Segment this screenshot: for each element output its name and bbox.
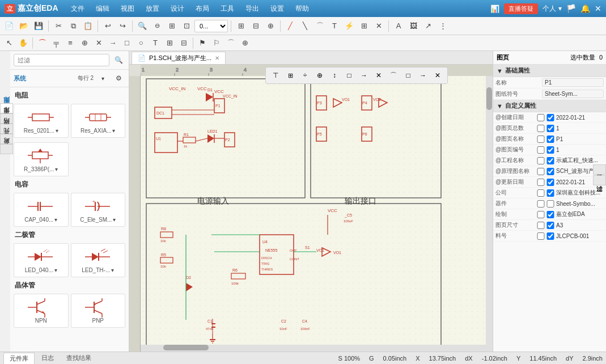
align-top-button[interactable]: ⊤ xyxy=(269,69,282,82)
cp-cb1-4[interactable] xyxy=(537,157,545,164)
prop-drawing-value[interactable]: Sheet-Sym... xyxy=(542,90,604,98)
search-icon[interactable]: 🔍 xyxy=(112,53,125,67)
distribute-h-button[interactable]: ⊕ xyxy=(313,69,326,82)
junction-button[interactable]: ⌒ xyxy=(313,19,327,33)
settings-icon[interactable]: ⚙ xyxy=(112,71,125,85)
cp-cb2-10[interactable] xyxy=(546,222,554,229)
cp-cb2-5[interactable] xyxy=(546,168,554,175)
undo-button[interactable]: ↩ xyxy=(101,19,115,33)
power-button[interactable]: ⚡ xyxy=(342,19,356,33)
search-input[interactable] xyxy=(14,54,109,66)
live-button[interactable]: 直播答疑 xyxy=(504,3,538,14)
place-junction-button[interactable]: ⊕ xyxy=(78,36,91,50)
save-button[interactable]: 💾 xyxy=(32,19,45,33)
vtab-object[interactable]: 对象 xyxy=(0,144,13,154)
tab-find-results[interactable]: 查找结果 xyxy=(61,353,97,364)
component-pnp[interactable]: PNP xyxy=(71,294,126,328)
vtab-component[interactable]: 元件 xyxy=(0,134,13,144)
prop-name-value[interactable]: P1 xyxy=(542,78,604,87)
component-led1[interactable]: LED_040... ▾ xyxy=(14,243,69,277)
new-button[interactable]: 📄 xyxy=(2,19,16,33)
scrollbar-h[interactable] xyxy=(141,345,486,352)
menu-file[interactable]: 文件 xyxy=(65,2,90,16)
close-icon[interactable]: ✕ xyxy=(595,4,601,13)
wire-button[interactable]: ╱ xyxy=(283,19,297,33)
arrow-ft-button[interactable]: → xyxy=(417,69,429,82)
flip-v-button[interactable]: ↕ xyxy=(328,69,341,82)
image-tool-button[interactable]: ⊞ xyxy=(163,36,176,50)
snap-button[interactable]: ⊟ xyxy=(249,19,262,33)
menu-place[interactable]: 放置 xyxy=(140,2,165,16)
scrollbar-v-thumb[interactable] xyxy=(486,87,492,110)
rvtab-filter[interactable]: 过滤 xyxy=(593,175,606,185)
image-button[interactable]: 🖼 xyxy=(406,19,420,33)
cp-cb1-3[interactable] xyxy=(537,146,545,154)
vtab-network[interactable]: 网络 xyxy=(0,124,13,134)
redo-button[interactable]: ↪ xyxy=(116,19,129,33)
open-button[interactable]: 📂 xyxy=(17,19,31,33)
zoom-out-button[interactable]: ⊖ xyxy=(150,19,164,33)
cp-cb1-7[interactable] xyxy=(537,189,545,197)
align-mid-button[interactable]: ⊞ xyxy=(284,69,296,82)
cp-cb2-11[interactable] xyxy=(546,232,554,240)
label-button[interactable]: T xyxy=(328,19,341,33)
place-label-button[interactable]: ≡ xyxy=(63,36,77,50)
component-led2[interactable]: LED_TH-... ▾ xyxy=(71,243,126,277)
canvas-tab-p1[interactable]: 📄 P1.SCH_波形与产生... ✕ xyxy=(132,52,226,64)
zoom-area-button[interactable]: ⊡ xyxy=(180,19,193,33)
cp-cb1-2[interactable] xyxy=(537,136,545,143)
component-cap-smd[interactable]: CAP_040... ▾ xyxy=(14,193,69,227)
select-button[interactable]: ↖ xyxy=(2,36,16,50)
menu-edit[interactable]: 编辑 xyxy=(90,2,115,16)
cp-cb1-11[interactable] xyxy=(537,232,545,240)
cp-cb2-4[interactable] xyxy=(546,157,554,164)
origin-button[interactable]: ⊕ xyxy=(264,19,277,33)
cp-cb2-0[interactable] xyxy=(546,114,554,121)
cp-cb2-8[interactable] xyxy=(546,200,554,208)
cp-cb2-7[interactable] xyxy=(546,189,554,197)
bus-button[interactable]: ╲ xyxy=(298,19,312,33)
cross-ft-button[interactable]: ✕ xyxy=(431,69,444,82)
no-connect-button[interactable]: ✕ xyxy=(372,19,385,33)
cp-cb1-10[interactable] xyxy=(537,222,545,229)
text-button[interactable]: A xyxy=(392,19,405,33)
netflag-button[interactable]: ⚑ xyxy=(196,36,209,50)
menu-view[interactable]: 视图 xyxy=(115,2,140,16)
draw-wire-button[interactable]: ⌒ xyxy=(35,36,49,50)
flip-h-button[interactable]: □ xyxy=(343,69,355,82)
paste-button[interactable]: 📋 xyxy=(81,19,95,33)
netflag2-button[interactable]: ⚐ xyxy=(210,36,223,50)
menu-layout[interactable]: 布局 xyxy=(190,2,215,16)
menu-design[interactable]: 设计 xyxy=(165,2,190,16)
component-button[interactable]: ⊞ xyxy=(357,19,371,33)
align-center-button[interactable]: ÷ xyxy=(299,69,311,82)
place-cross-button[interactable]: ✕ xyxy=(92,36,105,50)
rect-tool-button[interactable]: □ xyxy=(120,36,134,50)
more-button[interactable]: ⋮ xyxy=(436,19,450,33)
copy-button[interactable]: ⧉ xyxy=(66,19,80,33)
tab-close-icon[interactable]: ✕ xyxy=(215,55,219,61)
table-tool-button[interactable]: ⊟ xyxy=(177,36,190,50)
cp-cb2-1[interactable] xyxy=(546,125,554,132)
place-arrow-button[interactable]: → xyxy=(106,36,120,50)
fit-button[interactable]: ⊞ xyxy=(165,19,179,33)
tab-component-lib[interactable]: 元件库 xyxy=(3,353,35,364)
menu-help[interactable]: 帮助 xyxy=(290,2,315,16)
rvtab-property[interactable]: 属性 xyxy=(593,164,606,175)
vtab-library[interactable]: 图库 xyxy=(0,103,13,113)
cp-cb1-6[interactable] xyxy=(537,179,545,186)
cp-cb1-5[interactable] xyxy=(537,168,545,175)
zoom-in-button[interactable]: 🔍 xyxy=(135,19,149,33)
draw-bus-button[interactable]: ╤ xyxy=(49,36,63,50)
cp-cb1-9[interactable] xyxy=(537,211,545,218)
component-cap-elec[interactable]: + C_Ele_SM... ▾ xyxy=(71,193,126,227)
cp-cb2-2[interactable] xyxy=(546,136,554,143)
cp-cb1-1[interactable] xyxy=(537,125,545,132)
cp-cb1-8[interactable] xyxy=(537,200,545,208)
component-res-axial[interactable]: Res_AXIA... ▾ xyxy=(71,104,126,138)
canvas-content[interactable]: 1 2 3 4 5 6 7 8 xyxy=(129,65,493,352)
circle-tool-button[interactable]: ○ xyxy=(134,36,148,50)
vtab-common[interactable]: 常用库 xyxy=(0,113,13,124)
scrollbar-h-thumb[interactable] xyxy=(163,345,209,350)
cut-button[interactable]: ✂ xyxy=(52,19,65,33)
